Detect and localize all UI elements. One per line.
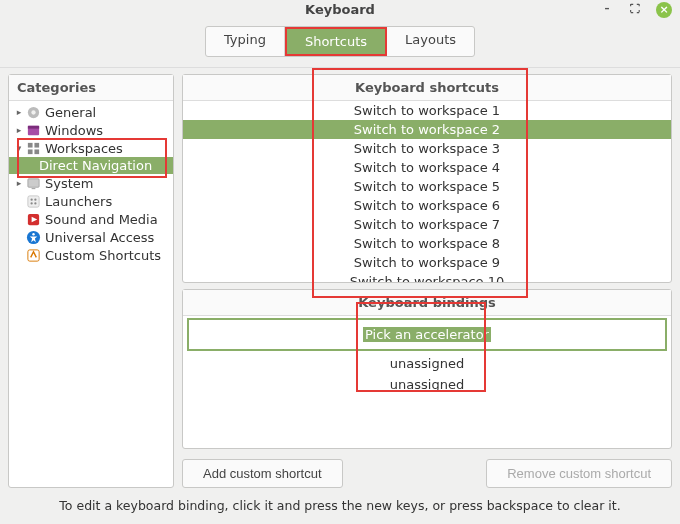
minimize-icon[interactable]: –: [600, 2, 614, 16]
svg-rect-10: [27, 195, 38, 206]
window-icon: [25, 122, 41, 138]
shortcut-row[interactable]: Switch to workspace 8: [183, 234, 671, 253]
workspaces-icon: [25, 140, 41, 156]
chevron-right-icon: ▸: [13, 177, 25, 189]
accelerator-text: Pick an accelerator: [363, 327, 491, 342]
shortcut-row[interactable]: Switch to workspace 1: [183, 101, 671, 120]
shortcuts-header: Keyboard shortcuts: [183, 75, 671, 101]
accessibility-icon: [25, 229, 41, 245]
shortcuts-list[interactable]: Switch to workspace 1Switch to workspace…: [183, 101, 671, 282]
maximize-icon[interactable]: ⛶: [628, 2, 642, 16]
tab-group: Typing Shortcuts Layouts: [205, 26, 475, 57]
shortcut-row[interactable]: Switch to workspace 10: [183, 272, 671, 282]
svg-point-17: [32, 233, 34, 235]
svg-point-14: [34, 202, 36, 204]
categories-header: Categories: [9, 75, 173, 101]
shortcuts-panel: Keyboard shortcuts Switch to workspace 1…: [182, 74, 672, 283]
play-icon: [25, 211, 41, 227]
category-general[interactable]: ▸ General: [9, 103, 173, 121]
svg-point-13: [30, 202, 32, 204]
svg-point-12: [34, 198, 36, 200]
main-area: Categories ▸ General ▸ Windows: [0, 68, 680, 492]
keyboard-settings-window: Keyboard – ⛶ × Typing Shortcuts Layouts …: [0, 0, 680, 524]
categories-tree: ▸ General ▸ Windows ▾: [9, 101, 173, 487]
category-label: Universal Access: [45, 230, 154, 245]
shortcut-icon: [25, 247, 41, 263]
bindings-header: Keyboard bindings: [183, 290, 671, 316]
chevron-right-icon: ▸: [13, 106, 25, 118]
category-label: System: [45, 176, 93, 191]
titlebar: Keyboard – ⛶ ×: [0, 0, 680, 20]
tab-layouts[interactable]: Layouts: [387, 27, 474, 56]
system-icon: [25, 175, 41, 191]
category-sound-media[interactable]: Sound and Media: [9, 210, 173, 228]
svg-rect-4: [27, 142, 32, 147]
category-label: General: [45, 105, 96, 120]
category-universal-access[interactable]: Universal Access: [9, 228, 173, 246]
shortcut-row[interactable]: Switch to workspace 9: [183, 253, 671, 272]
shortcut-row[interactable]: Switch to workspace 2: [183, 120, 671, 139]
close-icon[interactable]: ×: [656, 2, 672, 18]
window-controls: – ⛶ ×: [600, 2, 672, 18]
chevron-down-icon: ▾: [13, 142, 25, 154]
window-title: Keyboard: [305, 2, 375, 17]
gear-icon: [25, 104, 41, 120]
chevron-right-icon: ▸: [13, 124, 25, 136]
tab-row: Typing Shortcuts Layouts: [0, 20, 680, 68]
svg-point-11: [30, 198, 32, 200]
shortcut-row[interactable]: Switch to workspace 7: [183, 215, 671, 234]
right-column: Keyboard shortcuts Switch to workspace 1…: [182, 74, 672, 488]
action-row: Add custom shortcut Remove custom shortc…: [182, 455, 672, 488]
category-label: Direct Navigation: [39, 158, 152, 173]
bindings-panel: Keyboard bindings Pick an accelerator un…: [182, 289, 672, 449]
shortcut-row[interactable]: Switch to workspace 5: [183, 177, 671, 196]
svg-rect-9: [31, 188, 35, 189]
categories-panel: Categories ▸ General ▸ Windows: [8, 74, 174, 488]
launcher-icon: [25, 193, 41, 209]
category-workspaces[interactable]: ▾ Workspaces: [9, 139, 173, 157]
svg-rect-3: [27, 125, 38, 128]
binding-row[interactable]: unassigned: [183, 374, 671, 395]
svg-rect-6: [27, 149, 32, 154]
add-custom-shortcut-button[interactable]: Add custom shortcut: [182, 459, 343, 488]
category-system[interactable]: ▸ System: [9, 174, 173, 192]
category-launchers[interactable]: Launchers: [9, 192, 173, 210]
svg-rect-7: [34, 149, 39, 154]
category-label: Custom Shortcuts: [45, 248, 161, 263]
category-label: Windows: [45, 123, 103, 138]
remove-custom-shortcut-button: Remove custom shortcut: [486, 459, 672, 488]
category-label: Sound and Media: [45, 212, 158, 227]
category-custom-shortcuts[interactable]: Custom Shortcuts: [9, 246, 173, 264]
category-direct-navigation[interactable]: Direct Navigation: [9, 157, 173, 174]
category-label: Launchers: [45, 194, 112, 209]
shortcut-row[interactable]: Switch to workspace 6: [183, 196, 671, 215]
tab-shortcuts[interactable]: Shortcuts: [285, 27, 387, 56]
bindings-list: Pick an accelerator unassigned unassigne…: [183, 316, 671, 448]
category-windows[interactable]: ▸ Windows: [9, 121, 173, 139]
hint-text: To edit a keyboard binding, click it and…: [0, 492, 680, 517]
shortcut-row[interactable]: Switch to workspace 3: [183, 139, 671, 158]
svg-rect-5: [34, 142, 39, 147]
category-label: Workspaces: [45, 141, 123, 156]
svg-rect-8: [27, 178, 38, 186]
tab-typing[interactable]: Typing: [206, 27, 285, 56]
accelerator-field[interactable]: Pick an accelerator: [187, 318, 667, 351]
shortcut-row[interactable]: Switch to workspace 4: [183, 158, 671, 177]
binding-row[interactable]: unassigned: [183, 353, 671, 374]
svg-point-1: [31, 110, 35, 114]
